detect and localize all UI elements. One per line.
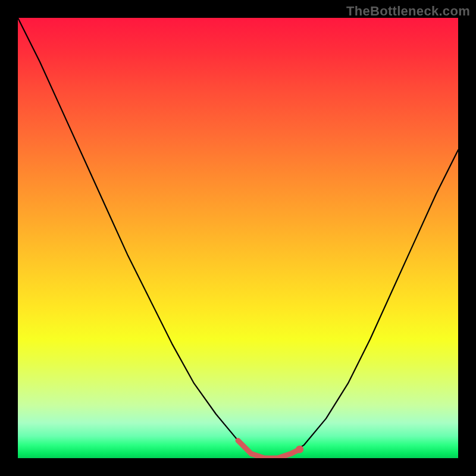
trough-endpoint xyxy=(296,446,303,453)
watermark-text: TheBottleneck.com xyxy=(346,4,470,19)
curve-overlay xyxy=(18,18,458,458)
plot-area xyxy=(18,18,458,458)
chart-frame: TheBottleneck.com xyxy=(0,0,476,476)
trough-emphasis xyxy=(238,440,300,458)
bottleneck-curve xyxy=(18,18,458,458)
